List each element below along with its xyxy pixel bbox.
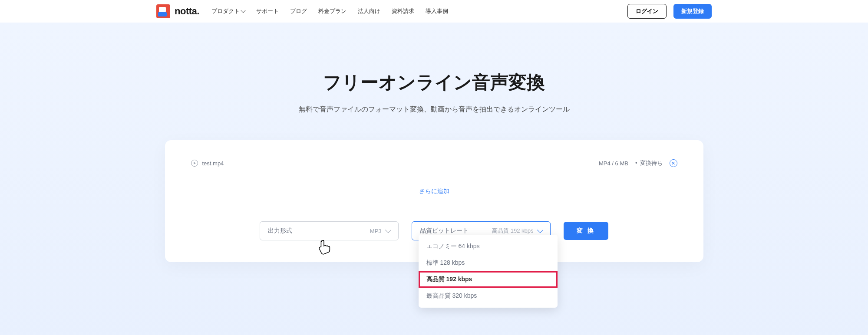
page-heading: フリーオンライン音声変換 xyxy=(0,70,868,95)
bitrate-dropdown: エコノミー 64 kbps 標準 128 kbps 高品質 192 kbps 最… xyxy=(419,235,558,308)
bitrate-option-best[interactable]: 最高品質 320 kbps xyxy=(419,288,558,304)
bitrate-option-economy[interactable]: エコノミー 64 kbps xyxy=(419,238,558,255)
logo-text: notta. xyxy=(175,6,199,17)
nav-support[interactable]: サポート xyxy=(256,7,279,15)
converter-card: test.mp4 MP4 / 6 MB 変換待ち ✕ さらに追加 出力形式 MP… xyxy=(165,140,703,262)
chevron-down-icon xyxy=(385,227,391,233)
bitrate-label: 品質ビットレート xyxy=(420,227,469,235)
login-button[interactable]: ログイン xyxy=(627,4,667,19)
header-right: ログイン 新規登録 xyxy=(627,4,712,19)
cursor-hand-icon xyxy=(315,238,333,256)
add-more-row: さらに追加 xyxy=(191,187,677,195)
output-format-value: MP3 xyxy=(370,228,382,234)
hero: フリーオンライン音声変換 無料で音声ファイルのフォーマット変換、動画から音声を抽… xyxy=(0,23,868,335)
file-name: test.mp4 xyxy=(202,160,224,167)
nav: プロダクト サポート ブログ 料金プラン 法人向け 資料請求 導入事例 xyxy=(211,7,448,15)
header: notta. プロダクト サポート ブログ 料金プラン 法人向け 資料請求 導入… xyxy=(0,0,868,23)
signup-button[interactable]: 新規登録 xyxy=(673,4,712,19)
nav-business[interactable]: 法人向け xyxy=(358,7,380,15)
add-more-link[interactable]: さらに追加 xyxy=(419,187,449,194)
file-meta: MP4 / 6 MB 変換待ち ✕ xyxy=(599,159,677,167)
bitrate-option-high[interactable]: 高品質 192 kbps xyxy=(419,271,558,288)
nav-product[interactable]: プロダクト xyxy=(211,7,245,15)
logo-icon xyxy=(156,4,170,18)
nav-pricing[interactable]: 料金プラン xyxy=(318,7,347,15)
nav-blog[interactable]: ブログ xyxy=(290,7,307,15)
chevron-down-icon xyxy=(537,227,543,233)
header-left: notta. プロダクト サポート ブログ 料金プラン 法人向け 資料請求 導入… xyxy=(156,4,448,18)
bitrate-value: 高品質 192 kbps xyxy=(492,227,533,235)
file-size: MP4 / 6 MB xyxy=(599,160,628,167)
output-format-label: 出力形式 xyxy=(268,227,292,235)
nav-product-label: プロダクト xyxy=(211,7,240,15)
chevron-down-icon xyxy=(241,8,245,13)
page-subheading: 無料で音声ファイルのフォーマット変換、動画から音声を抽出できるオンラインツール xyxy=(0,105,868,114)
file-info: test.mp4 xyxy=(191,160,224,167)
remove-file-button[interactable]: ✕ xyxy=(670,159,677,167)
play-icon[interactable] xyxy=(191,160,198,167)
logo[interactable]: notta. xyxy=(156,4,199,18)
bitrate-option-standard[interactable]: 標準 128 kbps xyxy=(419,255,558,271)
convert-button[interactable]: 変 換 xyxy=(564,222,609,240)
nav-docs[interactable]: 資料請求 xyxy=(392,7,414,15)
file-row: test.mp4 MP4 / 6 MB 変換待ち ✕ xyxy=(191,157,677,170)
file-status: 変換待ち xyxy=(635,159,663,167)
nav-cases[interactable]: 導入事例 xyxy=(426,7,448,15)
